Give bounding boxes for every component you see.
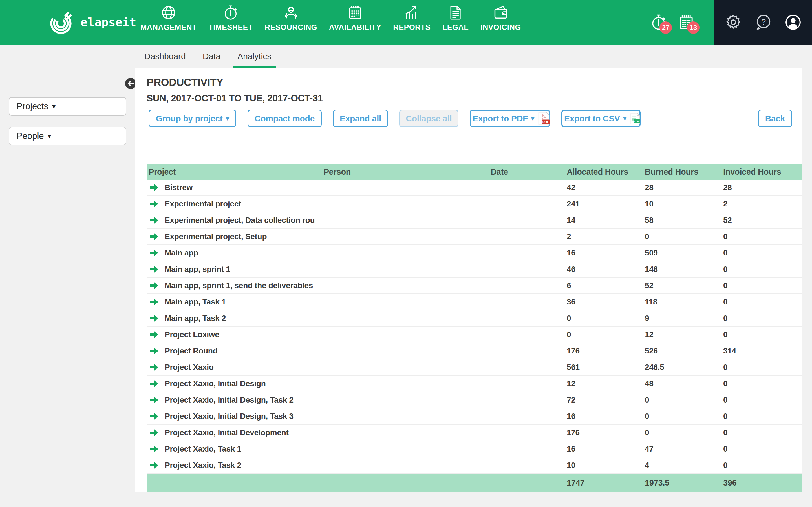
back-button[interactable]: Back xyxy=(758,110,792,127)
people-filter-dropdown[interactable]: People ▾ xyxy=(9,127,126,145)
productivity-table: ProjectPersonDateAllocated HoursBurned H… xyxy=(147,164,802,492)
nav-item-legal[interactable]: LEGAL xyxy=(442,0,469,49)
expand-row-control[interactable] xyxy=(149,298,160,306)
table-row[interactable]: Project Xaxio, Task 116470 xyxy=(147,441,802,457)
wallet-icon xyxy=(493,4,509,21)
table-row[interactable]: Project Xaxio, Initial Design, Task 2720… xyxy=(147,392,802,408)
row-allocated-hours: 14 xyxy=(567,216,575,225)
page-title: PRODUCTIVITY xyxy=(147,76,223,89)
expand-arrow-icon xyxy=(149,249,159,257)
expand-row-control[interactable] xyxy=(149,461,160,469)
expand-row-control[interactable] xyxy=(149,445,160,453)
tab-data[interactable]: Data xyxy=(203,45,220,68)
table-row[interactable]: Project Xaxio, Initial Design, Task 3160… xyxy=(147,408,802,425)
help-icon[interactable]: ? xyxy=(755,13,772,31)
row-invoiced-hours: 0 xyxy=(723,412,727,421)
table-row[interactable]: Experimental project241102 xyxy=(147,196,802,212)
row-allocated-hours: 176 xyxy=(567,428,580,437)
group-by-button[interactable]: Group by project▾ xyxy=(149,110,236,127)
row-invoiced-hours: 0 xyxy=(723,248,727,258)
expand-row-control[interactable] xyxy=(149,183,160,192)
projects-filter-dropdown[interactable]: Projects ▾ xyxy=(9,97,126,116)
tab-dashboard[interactable]: Dashboard xyxy=(144,45,186,68)
row-project: Experimental project xyxy=(165,200,241,209)
expand-row-control[interactable] xyxy=(149,363,160,372)
expand-arrow-icon xyxy=(149,298,159,306)
nav-item-availability[interactable]: AVAILABILITY xyxy=(329,0,382,49)
expand-row-control[interactable] xyxy=(149,347,160,355)
table-row[interactable]: Project Xaxio, Initial Development17600 xyxy=(147,425,802,441)
table-row[interactable]: Main app, sprint 1, send the deliverable… xyxy=(147,278,802,294)
expand-row-control[interactable] xyxy=(149,216,160,224)
main-menu: MANAGEMENTTIMESHEETRESOURCINGAVAILABILIT… xyxy=(140,0,521,45)
expand-row-control[interactable] xyxy=(149,379,160,388)
row-allocated-hours: 176 xyxy=(567,346,580,355)
timer-notifications[interactable]: 27 xyxy=(650,13,667,31)
nav-item-management[interactable]: MANAGEMENT xyxy=(140,0,197,49)
row-project: Bistrew xyxy=(165,183,193,192)
row-invoiced-hours: 0 xyxy=(723,379,727,388)
nav-item-label: TIMESHEET xyxy=(209,23,253,32)
expand-row-control[interactable] xyxy=(149,200,160,208)
row-project: Main app, Task 1 xyxy=(165,297,226,306)
expand-row-control[interactable] xyxy=(149,265,160,274)
nav-item-resourcing[interactable]: RESOURCING xyxy=(265,0,317,49)
tab-dashboard-label: Dashboard xyxy=(144,52,186,61)
table-row[interactable]: Experimental project, Setup200 xyxy=(147,229,802,245)
nav-item-timesheet[interactable]: TIMESHEET xyxy=(209,0,253,49)
row-invoiced-hours: 0 xyxy=(723,265,727,274)
tab-analytics[interactable]: Analytics xyxy=(238,45,271,68)
row-burned-hours: 118 xyxy=(645,297,657,306)
expand-row-control[interactable] xyxy=(149,330,160,339)
settings-gear-icon[interactable] xyxy=(725,13,742,31)
user-avatar-icon[interactable] xyxy=(784,13,802,31)
expand-row-control[interactable] xyxy=(149,412,160,420)
row-invoiced-hours: 52 xyxy=(723,216,732,225)
row-project: Experimental project, Setup xyxy=(165,232,267,241)
people-filter-label: People xyxy=(17,131,44,141)
table-row[interactable]: Project Xaxio, Initial Design12480 xyxy=(147,376,802,392)
projects-filter-label: Projects xyxy=(17,101,48,112)
row-burned-hours: 246.5 xyxy=(645,363,664,372)
column-header-invoiced-hours: Invoiced Hours xyxy=(723,167,781,176)
row-invoiced-hours: 0 xyxy=(723,428,727,437)
table-row[interactable]: Project Round176526314 xyxy=(147,343,802,359)
nav-item-reports[interactable]: REPORTS xyxy=(393,0,430,49)
brand-logo[interactable]: elapseit xyxy=(47,0,136,45)
expand-row-control[interactable] xyxy=(149,281,160,290)
table-row[interactable]: Main app, sprint 1461480 xyxy=(147,262,802,278)
table-row[interactable]: Project Loxiwe0120 xyxy=(147,327,802,343)
row-project: Project Loxiwe xyxy=(165,330,219,339)
table-row[interactable]: Main app, Task 1361180 xyxy=(147,294,802,311)
expand-row-control[interactable] xyxy=(149,429,160,437)
collapse-all-button[interactable]: Collapse all xyxy=(399,110,458,127)
table-header-row: ProjectPersonDateAllocated HoursBurned H… xyxy=(147,164,802,180)
export-csv-button[interactable]: Export to CSV▾ CSV xyxy=(561,110,641,127)
chevron-down-icon: ▾ xyxy=(48,132,51,140)
row-allocated-hours: 72 xyxy=(567,395,575,404)
table-row[interactable]: Project Xaxio, Task 21040 xyxy=(147,457,802,474)
globe-icon xyxy=(160,4,177,21)
table-row[interactable]: Main app, Task 2090 xyxy=(147,311,802,327)
table-row[interactable]: Experimental project, Data collection ro… xyxy=(147,212,802,229)
table-row[interactable]: Main app165090 xyxy=(147,245,802,262)
expand-row-control[interactable] xyxy=(149,232,160,241)
row-invoiced-hours: 0 xyxy=(723,461,727,470)
expand-row-control[interactable] xyxy=(149,396,160,404)
expand-all-button[interactable]: Expand all xyxy=(333,110,388,127)
column-header-date: Date xyxy=(491,167,508,176)
expand-row-control[interactable] xyxy=(149,314,160,323)
row-project: Project Xaxio, Task 2 xyxy=(165,461,241,470)
row-project: Project Xaxio xyxy=(165,363,214,372)
chart-icon xyxy=(404,4,420,21)
table-row[interactable]: Project Xaxio561246.50 xyxy=(147,359,802,376)
nav-item-invoicing[interactable]: INVOICING xyxy=(480,0,521,49)
table-row[interactable]: Bistrew422828 xyxy=(147,180,802,196)
chevron-down-icon: ▾ xyxy=(226,115,229,122)
export-csv-label: Export to CSV xyxy=(564,114,620,123)
calendar-notifications[interactable]: 13 xyxy=(677,13,695,31)
expand-row-control[interactable] xyxy=(149,249,160,257)
expand-arrow-icon xyxy=(149,314,159,322)
compact-mode-button[interactable]: Compact mode xyxy=(248,110,322,127)
export-pdf-button[interactable]: Export to PDF▾ PDF xyxy=(470,110,550,127)
